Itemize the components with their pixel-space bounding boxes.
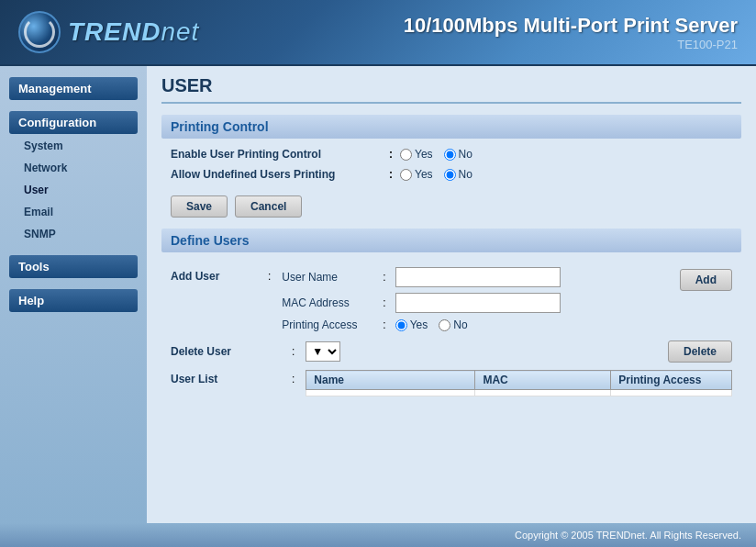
sidebar-btn-tools[interactable]: Tools — [9, 255, 138, 278]
define-users-section-header: Define Users — [161, 229, 741, 252]
mac-colon: : — [383, 296, 385, 309]
enable-printing-label: Enable User Printing Control — [171, 148, 382, 161]
add-user-label: Add User — [171, 267, 262, 283]
allow-yes-label: Yes — [415, 168, 433, 181]
user-list-table: Name MAC Printing Access — [306, 370, 732, 396]
add-user-colon: : — [268, 267, 271, 283]
brand-name: TRENDnet — [68, 17, 199, 47]
delete-user-dropdown[interactable]: ▼ — [306, 341, 340, 362]
printing-access-field-label: Printing Access — [282, 318, 373, 331]
page-title: USER — [161, 75, 741, 104]
user-list-row: User List : Name MAC Printing Access — [161, 366, 741, 400]
username-colon: : — [383, 271, 385, 284]
sidebar-item-snmp[interactable]: SNMP — [15, 224, 132, 244]
pa-yes-label: Yes — [410, 318, 428, 331]
delete-user-row: Delete User : ▼ Delete — [161, 337, 741, 366]
add-user-fields: User Name : MAC Address : Printing Acces… — [282, 267, 673, 331]
enable-no-radio[interactable] — [444, 149, 456, 161]
sidebar-item-user[interactable]: User — [15, 180, 132, 200]
printing-access-colon: : — [383, 318, 385, 331]
printing-access-field-row: Printing Access : Yes No — [282, 318, 673, 331]
username-field-label: User Name — [282, 271, 373, 284]
delete-user-label: Delete User — [171, 345, 281, 358]
username-input[interactable] — [395, 267, 561, 287]
mac-field-label: MAC Address — [282, 296, 373, 309]
pa-yes-option[interactable]: Yes — [395, 318, 428, 331]
enable-yes-label: Yes — [415, 148, 433, 161]
user-list-colon: : — [292, 370, 295, 385]
printing-access-radio-group: Yes No — [395, 318, 468, 331]
delete-button[interactable]: Delete — [668, 340, 732, 363]
enable-colon: : — [389, 148, 393, 161]
header: TRENDnet 10/100Mbps Multi-Port Print Ser… — [0, 0, 756, 66]
printing-control-section-header: Printing Control — [161, 115, 741, 139]
col-mac-header: MAC — [475, 371, 611, 390]
header-title-area: 10/100Mbps Multi-Port Print Server TE100… — [404, 14, 738, 51]
add-button[interactable]: Add — [680, 269, 732, 291]
table-row — [306, 390, 732, 396]
table-cell-name — [306, 390, 475, 396]
pa-no-option[interactable]: No — [439, 318, 467, 331]
enable-no-option[interactable]: No — [444, 148, 472, 161]
allow-undefined-label: Allow Undefined Users Printing — [171, 168, 382, 181]
delete-user-colon: : — [292, 345, 295, 358]
pa-no-label: No — [453, 318, 467, 331]
user-list-label: User List — [171, 370, 281, 385]
footer: Copyright © 2005 TRENDnet. All Rights Re… — [0, 523, 756, 547]
save-cancel-row: Save Cancel — [161, 188, 741, 225]
sidebar-item-system[interactable]: System — [15, 136, 132, 156]
pa-yes-radio[interactable] — [395, 319, 407, 331]
col-name-header: Name — [306, 371, 475, 390]
define-users-section: Define Users Add User : User Name : MAC … — [161, 229, 741, 400]
sidebar-item-email[interactable]: Email — [15, 202, 132, 222]
allow-yes-option[interactable]: Yes — [400, 168, 433, 181]
allow-undefined-row: Allow Undefined Users Printing : Yes No — [161, 168, 741, 181]
enable-printing-control-row: Enable User Printing Control : Yes No — [161, 148, 741, 161]
sidebar-btn-configuration[interactable]: Configuration — [9, 111, 138, 134]
printing-control-title: Printing Control — [171, 119, 269, 134]
username-field-row: User Name : — [282, 267, 673, 287]
brand-suffix: net — [161, 17, 199, 46]
allow-no-label: No — [459, 168, 472, 181]
pa-no-radio[interactable] — [439, 319, 450, 331]
table-cell-printing-access — [611, 390, 732, 396]
table-header-row: Name MAC Printing Access — [306, 371, 732, 390]
add-user-area: Add User : User Name : MAC Address : — [161, 262, 741, 337]
col-printing-access-header: Printing Access — [611, 371, 732, 390]
sidebar-item-network[interactable]: Network — [15, 158, 132, 178]
table-cell-mac — [475, 390, 611, 396]
allow-undefined-radio-group: Yes No — [400, 168, 472, 181]
sidebar-btn-help[interactable]: Help — [9, 289, 138, 312]
copyright-text: Copyright © 2005 TRENDnet. All Rights Re… — [515, 530, 741, 541]
allow-colon: : — [389, 168, 393, 181]
device-title: 10/100Mbps Multi-Port Print Server — [404, 14, 738, 38]
save-button[interactable]: Save — [171, 195, 228, 218]
allow-no-option[interactable]: No — [444, 168, 472, 181]
mac-field-row: MAC Address : — [282, 293, 673, 313]
content-area: USER Printing Control Enable User Printi… — [147, 66, 756, 523]
trendnet-logo-icon — [18, 11, 61, 53]
allow-no-radio[interactable] — [444, 169, 456, 181]
enable-no-label: No — [459, 148, 472, 161]
sidebar: Management Configuration System Network … — [0, 66, 147, 523]
cancel-button[interactable]: Cancel — [235, 195, 302, 218]
brand-prefix: TREND — [68, 17, 161, 46]
logo-area: TRENDnet — [18, 11, 199, 53]
define-users-title: Define Users — [171, 233, 250, 248]
enable-yes-radio[interactable] — [400, 149, 412, 161]
mac-input[interactable] — [395, 293, 561, 313]
allow-yes-radio[interactable] — [400, 169, 412, 181]
device-model: TE100-P21 — [404, 38, 738, 51]
enable-yes-option[interactable]: Yes — [400, 148, 433, 161]
enable-printing-radio-group: Yes No — [400, 148, 472, 161]
sidebar-btn-management[interactable]: Management — [9, 77, 138, 100]
main-layout: Management Configuration System Network … — [0, 66, 756, 523]
